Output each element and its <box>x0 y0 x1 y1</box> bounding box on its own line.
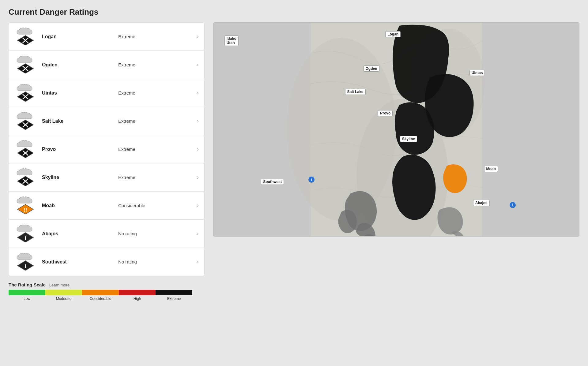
rating-level-southwest: No rating <box>118 259 194 264</box>
rating-name-ogden: Ogden <box>42 62 118 68</box>
chevron-icon-skyline: › <box>197 174 199 181</box>
rating-level-salt-lake: Extreme <box>118 118 194 124</box>
chevron-icon-logan: › <box>197 33 199 40</box>
scale-seg-moderate <box>45 290 82 295</box>
rating-row-provo[interactable]: ProvoExtreme› <box>9 135 204 163</box>
rating-icon-ogden <box>14 55 36 74</box>
rating-name-moab: Moab <box>42 203 118 208</box>
chevron-icon-provo: › <box>197 146 199 152</box>
rating-name-southwest: Southwest <box>42 259 118 265</box>
rating-icon-abajos: i <box>14 224 36 243</box>
rating-row-uintas[interactable]: UintasExtreme› <box>9 79 204 107</box>
chevron-icon-uintas: › <box>197 90 199 96</box>
scale-section: The Rating Scale Learn more LowModerateC… <box>9 282 205 301</box>
scale-labels: LowModerateConsiderableHighExtreme <box>9 297 192 301</box>
rating-name-uintas: Uintas <box>42 90 118 96</box>
rating-row-salt-lake[interactable]: Salt LakeExtreme› <box>9 107 204 135</box>
page-title: Current Danger Ratings <box>9 7 579 17</box>
rating-icon-provo <box>14 140 36 159</box>
scale-seg-considerable <box>82 290 119 295</box>
scale-seg-high <box>119 290 156 295</box>
rating-name-skyline: Skyline <box>42 175 118 180</box>
scale-bar <box>9 290 192 295</box>
rating-name-abajos: Abajos <box>42 231 118 237</box>
scale-seg-low <box>9 290 45 295</box>
rating-icon-skyline <box>14 168 36 187</box>
rating-name-provo: Provo <box>42 147 118 152</box>
rating-level-abajos: No rating <box>118 231 194 236</box>
rating-level-logan: Extreme <box>118 34 194 39</box>
scale-label-high: High <box>119 297 156 301</box>
scale-seg-extreme <box>156 290 192 295</box>
rating-row-logan[interactable]: LoganExtreme› <box>9 23 204 51</box>
rating-row-skyline[interactable]: SkylineExtreme› <box>9 163 204 192</box>
scale-bar-wrap: LowModerateConsiderableHighExtreme <box>9 290 205 301</box>
rating-name-salt-lake: Salt Lake <box>42 118 118 124</box>
chevron-icon-southwest: › <box>197 259 199 265</box>
rating-icon-moab: !! <box>14 196 36 215</box>
scale-label-considerable: Considerable <box>82 297 119 301</box>
ratings-list: LoganExtreme›OgdenExtreme›UintasExtreme›… <box>9 22 205 276</box>
map-panel: Idaho UtahLoganOgdenSalt LakeUintasProvo… <box>213 22 579 237</box>
chevron-icon-salt-lake: › <box>197 118 199 124</box>
chevron-icon-moab: › <box>197 202 199 209</box>
scale-label-moderate: Moderate <box>45 297 82 301</box>
chevron-icon-ogden: › <box>197 62 199 68</box>
map-svg <box>213 23 579 236</box>
left-panel: LoganExtreme›OgdenExtreme›UintasExtreme›… <box>9 22 205 301</box>
rating-icon-salt-lake <box>14 111 36 131</box>
svg-text:!!: !! <box>24 207 27 213</box>
rating-row-moab[interactable]: !!MoabConsiderable› <box>9 192 204 220</box>
rating-level-provo: Extreme <box>118 147 194 152</box>
rating-level-ogden: Extreme <box>118 62 194 67</box>
rating-icon-southwest: i <box>14 252 36 271</box>
rating-row-abajos[interactable]: iAbajosNo rating› <box>9 220 204 248</box>
rating-level-skyline: Extreme <box>118 175 194 180</box>
rating-icon-uintas <box>14 83 36 103</box>
scale-label-low: Low <box>9 297 45 301</box>
learn-more-link[interactable]: Learn more <box>49 283 70 287</box>
scale-title: The Rating Scale <box>9 282 46 287</box>
map-container: Idaho UtahLoganOgdenSalt LakeUintasProvo… <box>213 22 579 237</box>
svg-text:i: i <box>25 236 26 241</box>
scale-label-extreme: Extreme <box>156 297 192 301</box>
svg-text:i: i <box>25 264 26 269</box>
rating-level-uintas: Extreme <box>118 90 194 95</box>
rating-level-moab: Considerable <box>118 203 194 208</box>
rating-row-southwest[interactable]: iSouthwestNo rating› <box>9 248 204 276</box>
rating-name-logan: Logan <box>42 34 118 39</box>
rating-row-ogden[interactable]: OgdenExtreme› <box>9 51 204 79</box>
chevron-icon-abajos: › <box>197 230 199 237</box>
main-layout: LoganExtreme›OgdenExtreme›UintasExtreme›… <box>9 22 579 301</box>
rating-icon-logan <box>14 27 36 46</box>
